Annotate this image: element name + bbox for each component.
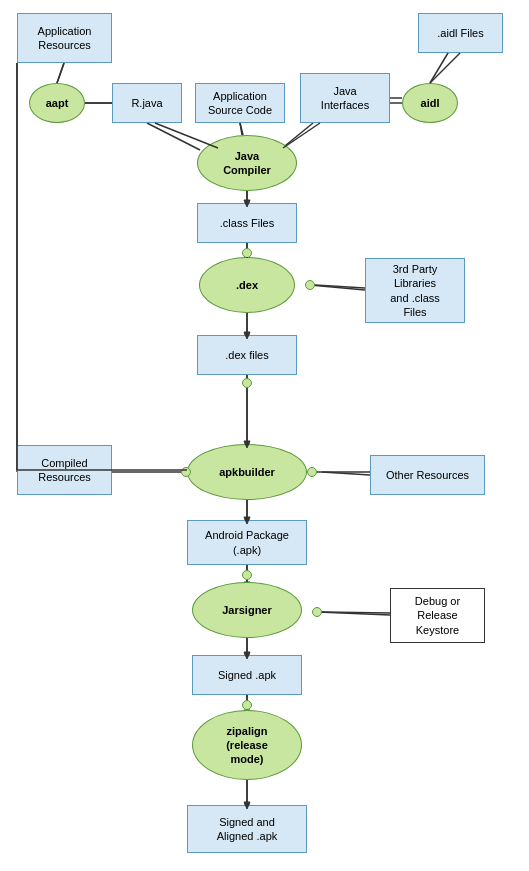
conn-circle-4 (242, 700, 252, 710)
svg-line-38 (283, 123, 320, 148)
conn-circle-keystore (312, 607, 322, 617)
svg-line-43 (315, 285, 365, 288)
app-resources-box: Application Resources (17, 13, 112, 63)
r-java-box: R.java (112, 83, 182, 123)
svg-line-4 (147, 123, 200, 150)
dex-ellipse: .dex (199, 257, 295, 313)
third-party-box: 3rd Party Libraries and .class Files (365, 258, 465, 323)
other-resources-box: Other Resources (370, 455, 485, 495)
svg-line-56 (322, 612, 390, 613)
dex-label: .dex (236, 278, 258, 292)
signed-apk-label: Signed .apk (218, 668, 276, 682)
jarsigner-ellipse: Jarsigner (192, 582, 302, 638)
signed-aligned-label: Signed and Aligned .apk (217, 815, 278, 844)
app-source-box: Application Source Code (195, 83, 285, 123)
apkbuilder-ellipse: apkbuilder (187, 444, 307, 500)
java-interfaces-box: Java Interfaces (300, 73, 390, 123)
compiled-resources-box: Compiled Resources (17, 445, 112, 495)
class-files-label: .class Files (220, 216, 274, 230)
svg-line-24 (318, 612, 390, 615)
r-java-label: R.java (131, 96, 162, 110)
build-diagram: Application Resources .aidl Files aapt a… (0, 0, 529, 871)
aapt-ellipse: aapt (29, 83, 85, 123)
zipalign-ellipse: zipalign (release mode) (192, 710, 302, 780)
conn-circle-compiled (181, 467, 191, 477)
signed-apk-box: Signed .apk (192, 655, 302, 695)
svg-line-19 (322, 472, 370, 475)
compiled-resources-label: Compiled Resources (38, 456, 91, 485)
java-compiler-label: Java Compiler (223, 149, 271, 178)
class-files-box: .class Files (197, 203, 297, 243)
aidl-files-box: .aidl Files (418, 13, 503, 53)
third-party-label: 3rd Party Libraries and .class Files (390, 262, 440, 319)
svg-line-0 (57, 63, 64, 83)
svg-line-11 (310, 285, 365, 290)
keystore-box: Debug or Release Keystore (390, 588, 485, 643)
svg-line-5 (240, 123, 242, 135)
svg-line-32 (57, 63, 64, 83)
conn-circle-3party (305, 280, 315, 290)
conn-circle-2 (242, 378, 252, 388)
conn-circle-3 (242, 570, 252, 580)
app-source-label: Application Source Code (208, 89, 272, 118)
dex-files-label: .dex files (225, 348, 268, 362)
aapt-label: aapt (46, 96, 69, 110)
svg-line-34 (430, 53, 460, 83)
aidl-files-label: .aidl Files (437, 26, 483, 40)
other-resources-label: Other Resources (386, 468, 469, 482)
aidl-label: aidl (421, 96, 440, 110)
apkbuilder-label: apkbuilder (219, 465, 275, 479)
android-package-box: Android Package (.apk) (187, 520, 307, 565)
jarsigner-label: Jarsigner (222, 603, 272, 617)
java-compiler-ellipse: Java Compiler (197, 135, 297, 191)
signed-aligned-box: Signed and Aligned .apk (187, 805, 307, 853)
conn-circle-other (307, 467, 317, 477)
zipalign-label: zipalign (release mode) (226, 724, 268, 767)
java-interfaces-label: Java Interfaces (321, 84, 369, 113)
android-package-label: Android Package (.apk) (205, 528, 289, 557)
dex-files-box: .dex files (197, 335, 297, 375)
aidl-ellipse: aidl (402, 83, 458, 123)
keystore-label: Debug or Release Keystore (415, 594, 460, 637)
app-resources-label: Application Resources (38, 24, 92, 53)
svg-line-37 (240, 123, 243, 135)
